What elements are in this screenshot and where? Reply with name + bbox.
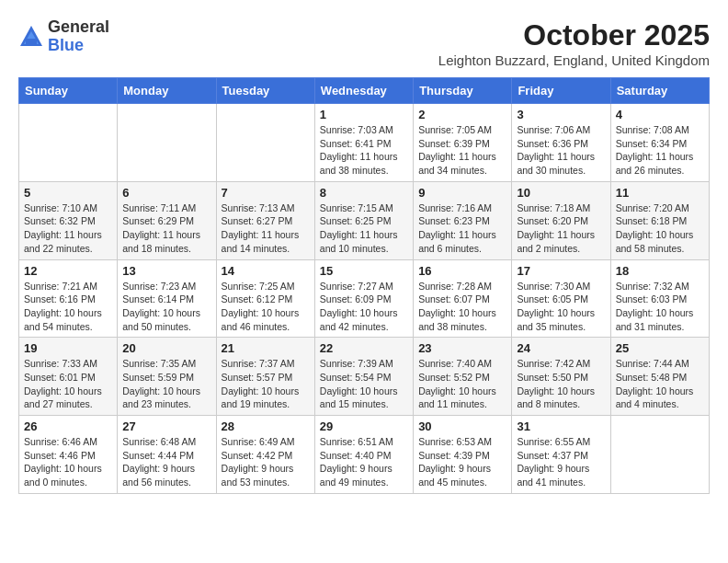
table-row: 18Sunrise: 7:32 AM Sunset: 6:03 PM Dayli… — [610, 259, 709, 338]
day-number: 2 — [418, 108, 506, 121]
day-number: 19 — [24, 341, 112, 355]
day-info: Sunrise: 7:37 AM Sunset: 5:57 PM Dayligh… — [222, 357, 310, 411]
day-info: Sunrise: 7:08 AM Sunset: 6:34 PM Dayligh… — [616, 123, 704, 178]
table-row: 24Sunrise: 7:42 AM Sunset: 5:50 PM Dayli… — [512, 338, 610, 416]
day-info: Sunrise: 7:33 AM Sunset: 6:01 PM Dayligh… — [24, 357, 112, 411]
day-info: Sunrise: 6:53 AM Sunset: 4:39 PM Dayligh… — [418, 435, 506, 489]
header: General Blue October 2025 Leighton Buzza… — [18, 18, 710, 68]
day-info: Sunrise: 7:23 AM Sunset: 6:14 PM Dayligh… — [122, 280, 210, 334]
day-info: Sunrise: 7:39 AM Sunset: 5:54 PM Dayligh… — [320, 357, 408, 411]
logo-general-text: General — [48, 18, 109, 37]
table-row: 23Sunrise: 7:40 AM Sunset: 5:52 PM Dayli… — [414, 338, 512, 416]
day-info: Sunrise: 6:49 AM Sunset: 4:42 PM Dayligh… — [222, 435, 310, 489]
table-row: 12Sunrise: 7:21 AM Sunset: 6:16 PM Dayli… — [19, 259, 118, 338]
svg-rect-2 — [26, 39, 37, 44]
day-info: Sunrise: 7:10 AM Sunset: 6:32 PM Dayligh… — [24, 201, 112, 256]
day-number: 17 — [517, 264, 605, 278]
day-info: Sunrise: 7:13 AM Sunset: 6:27 PM Dayligh… — [222, 201, 310, 256]
logo-text: General Blue — [48, 18, 109, 55]
day-info: Sunrise: 7:28 AM Sunset: 6:07 PM Dayligh… — [418, 280, 506, 334]
table-row: 5Sunrise: 7:10 AM Sunset: 6:32 PM Daylig… — [19, 181, 118, 259]
day-info: Sunrise: 6:55 AM Sunset: 4:37 PM Dayligh… — [517, 435, 605, 489]
table-row: 16Sunrise: 7:28 AM Sunset: 6:07 PM Dayli… — [414, 259, 512, 338]
col-wednesday: Wednesday — [314, 78, 413, 104]
day-info: Sunrise: 7:05 AM Sunset: 6:39 PM Dayligh… — [418, 123, 506, 178]
table-row: 29Sunrise: 6:51 AM Sunset: 4:40 PM Dayli… — [314, 416, 413, 494]
month-title: October 2025 — [438, 18, 710, 52]
col-sunday: Sunday — [19, 78, 118, 104]
table-row: 7Sunrise: 7:13 AM Sunset: 6:27 PM Daylig… — [216, 181, 314, 259]
day-info: Sunrise: 7:11 AM Sunset: 6:29 PM Dayligh… — [122, 201, 210, 256]
day-number: 18 — [616, 264, 704, 278]
table-row: 1Sunrise: 7:03 AM Sunset: 6:41 PM Daylig… — [314, 104, 413, 182]
table-row: 20Sunrise: 7:35 AM Sunset: 5:59 PM Dayli… — [118, 338, 216, 416]
day-number: 10 — [517, 186, 605, 200]
table-row: 4Sunrise: 7:08 AM Sunset: 6:34 PM Daylig… — [610, 104, 709, 182]
col-thursday: Thursday — [414, 78, 512, 104]
table-row: 31Sunrise: 6:55 AM Sunset: 4:37 PM Dayli… — [512, 416, 610, 494]
day-number: 31 — [517, 419, 605, 433]
day-info: Sunrise: 6:48 AM Sunset: 4:44 PM Dayligh… — [122, 435, 210, 489]
day-info: Sunrise: 7:21 AM Sunset: 6:16 PM Dayligh… — [24, 280, 112, 334]
logo-blue-text: Blue — [48, 37, 109, 55]
table-row: 19Sunrise: 7:33 AM Sunset: 6:01 PM Dayli… — [19, 338, 118, 416]
day-info: Sunrise: 7:27 AM Sunset: 6:09 PM Dayligh… — [320, 280, 408, 334]
day-number: 24 — [517, 341, 605, 355]
day-number: 23 — [418, 341, 506, 355]
day-number: 20 — [122, 341, 210, 355]
day-number: 7 — [222, 186, 310, 200]
day-info: Sunrise: 7:42 AM Sunset: 5:50 PM Dayligh… — [517, 357, 605, 411]
table-row: 13Sunrise: 7:23 AM Sunset: 6:14 PM Dayli… — [118, 259, 216, 338]
table-row: 15Sunrise: 7:27 AM Sunset: 6:09 PM Dayli… — [314, 259, 413, 338]
calendar-week-row: 1Sunrise: 7:03 AM Sunset: 6:41 PM Daylig… — [19, 104, 710, 182]
day-number: 3 — [517, 108, 605, 121]
col-friday: Friday — [512, 78, 610, 104]
table-row: 17Sunrise: 7:30 AM Sunset: 6:05 PM Dayli… — [512, 259, 610, 338]
day-info: Sunrise: 7:30 AM Sunset: 6:05 PM Dayligh… — [517, 280, 605, 334]
table-row — [610, 416, 709, 494]
table-row: 3Sunrise: 7:06 AM Sunset: 6:36 PM Daylig… — [512, 104, 610, 182]
table-row — [118, 104, 216, 182]
day-info: Sunrise: 7:25 AM Sunset: 6:12 PM Dayligh… — [222, 280, 310, 334]
day-info: Sunrise: 6:46 AM Sunset: 4:46 PM Dayligh… — [24, 435, 112, 489]
calendar-week-row: 19Sunrise: 7:33 AM Sunset: 6:01 PM Dayli… — [19, 338, 710, 416]
table-row: 10Sunrise: 7:18 AM Sunset: 6:20 PM Dayli… — [512, 181, 610, 259]
table-row: 2Sunrise: 7:05 AM Sunset: 6:39 PM Daylig… — [414, 104, 512, 182]
day-info: Sunrise: 7:03 AM Sunset: 6:41 PM Dayligh… — [320, 123, 408, 178]
day-number: 1 — [320, 108, 408, 121]
day-number: 14 — [222, 264, 310, 278]
day-number: 16 — [418, 264, 506, 278]
day-number: 12 — [24, 264, 112, 278]
table-row: 9Sunrise: 7:16 AM Sunset: 6:23 PM Daylig… — [414, 181, 512, 259]
day-number: 4 — [616, 108, 704, 121]
day-info: Sunrise: 7:20 AM Sunset: 6:18 PM Dayligh… — [616, 201, 704, 256]
table-row — [216, 104, 314, 182]
table-row: 28Sunrise: 6:49 AM Sunset: 4:42 PM Dayli… — [216, 416, 314, 494]
page: General Blue October 2025 Leighton Buzza… — [0, 0, 728, 503]
table-row: 25Sunrise: 7:44 AM Sunset: 5:48 PM Dayli… — [610, 338, 709, 416]
day-number: 9 — [418, 186, 506, 200]
day-number: 13 — [122, 264, 210, 278]
day-info: Sunrise: 7:15 AM Sunset: 6:25 PM Dayligh… — [320, 201, 408, 256]
day-number: 25 — [616, 341, 704, 355]
day-number: 26 — [24, 419, 112, 433]
title-block: October 2025 Leighton Buzzard, England, … — [438, 18, 710, 68]
table-row: 21Sunrise: 7:37 AM Sunset: 5:57 PM Dayli… — [216, 338, 314, 416]
logo-icon — [18, 24, 44, 50]
col-monday: Monday — [118, 78, 216, 104]
logo: General Blue — [18, 18, 109, 55]
day-info: Sunrise: 7:16 AM Sunset: 6:23 PM Dayligh… — [418, 201, 506, 256]
calendar-table: Sunday Monday Tuesday Wednesday Thursday… — [18, 77, 710, 494]
table-row: 14Sunrise: 7:25 AM Sunset: 6:12 PM Dayli… — [216, 259, 314, 338]
day-number: 21 — [222, 341, 310, 355]
calendar-week-row: 26Sunrise: 6:46 AM Sunset: 4:46 PM Dayli… — [19, 416, 710, 494]
day-number: 11 — [616, 186, 704, 200]
day-number: 27 — [122, 419, 210, 433]
table-row — [19, 104, 118, 182]
day-number: 8 — [320, 186, 408, 200]
table-row: 22Sunrise: 7:39 AM Sunset: 5:54 PM Dayli… — [314, 338, 413, 416]
table-row: 26Sunrise: 6:46 AM Sunset: 4:46 PM Dayli… — [19, 416, 118, 494]
table-row: 11Sunrise: 7:20 AM Sunset: 6:18 PM Dayli… — [610, 181, 709, 259]
col-saturday: Saturday — [610, 78, 709, 104]
day-number: 6 — [122, 186, 210, 200]
